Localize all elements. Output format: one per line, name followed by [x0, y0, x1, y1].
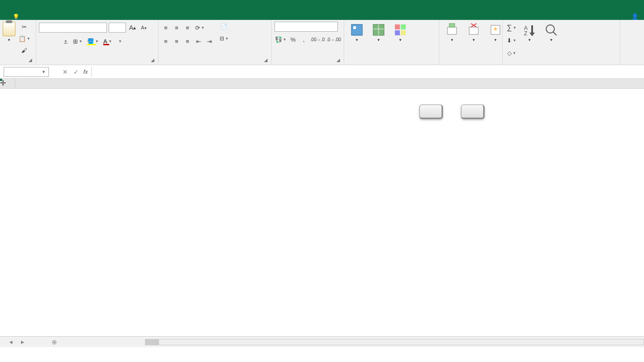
format-icon	[488, 23, 503, 37]
decrease-decimal-icon[interactable]: .0→.00	[327, 34, 341, 44]
cell-styles-button[interactable]: ▼	[390, 22, 410, 64]
clipboard-launcher-icon[interactable]: ◢	[29, 57, 34, 63]
svg-line-18	[553, 32, 557, 35]
svg-rect-1	[353, 26, 356, 29]
conditional-format-icon	[350, 23, 364, 37]
delete-cells-button[interactable]: ▼	[464, 22, 484, 64]
find-icon	[544, 23, 558, 37]
insert-icon	[445, 23, 459, 37]
border-button[interactable]: ⊞▼	[72, 36, 84, 46]
fx-icon[interactable]: fx	[83, 68, 88, 75]
sheet-nav-next-icon[interactable]: ►	[20, 339, 25, 345]
formula-bar[interactable]	[91, 67, 644, 77]
font-name-select[interactable]	[39, 23, 107, 33]
paste-icon	[3, 22, 15, 36]
svg-rect-8	[401, 30, 406, 35]
group-font: A▴ A▾ ▼ ⊞▼ 🪣▼ A▼ ▼ ◢	[36, 20, 159, 65]
enter-formula-icon[interactable]: ✓	[73, 68, 79, 76]
percent-button[interactable]: %	[288, 34, 298, 44]
svg-rect-7	[395, 30, 400, 35]
decrease-font-icon[interactable]: A▾	[139, 23, 148, 33]
autosum-button[interactable]: ∑▼	[505, 23, 518, 33]
alignment-launcher-icon[interactable]: ◢	[264, 57, 269, 63]
cancel-formula-icon[interactable]: ✕	[62, 68, 68, 76]
increase-font-icon[interactable]: A▴	[128, 23, 137, 33]
format-table-button[interactable]: ▼	[369, 22, 389, 64]
cut-button[interactable]: ✂	[17, 22, 32, 32]
key-e	[461, 105, 485, 119]
key-ctrl	[419, 105, 443, 119]
copy-button[interactable]: 📋▼	[17, 33, 32, 43]
font-size-select[interactable]	[109, 23, 126, 33]
conditional-format-button[interactable]: ▼	[347, 22, 367, 64]
group-clipboard: ▼ ✂ 📋▼ 🖌 ◢	[0, 20, 36, 65]
cell-styles-icon	[393, 23, 408, 37]
svg-rect-10	[449, 24, 455, 27]
title-bar	[0, 0, 644, 6]
group-alignment: ≡ ≡ ≡ ⟳▼ ≡ ≡ ≡ ⇤ ⇥ 📄 ⊟ ▼ ◢	[159, 20, 272, 65]
svg-rect-5	[395, 24, 400, 29]
sheet-nav-prev-icon[interactable]: ◄	[8, 339, 14, 345]
font-launcher-icon[interactable]: ◢	[151, 57, 156, 63]
group-cells: ▼ ▼ ▼	[439, 20, 503, 65]
name-box[interactable]: ▼	[4, 67, 49, 77]
find-select-button[interactable]: ▼	[541, 22, 561, 64]
share-link[interactable]: 👤	[631, 13, 639, 20]
group-number: 💱▼ % , .00→.0 .0→.00 ◢	[272, 20, 344, 65]
fill-color-button[interactable]: 🪣▼	[86, 36, 100, 46]
align-right-icon[interactable]: ≡	[183, 36, 192, 46]
svg-text:Z: Z	[524, 30, 527, 37]
align-middle-icon[interactable]: ≡	[172, 23, 181, 33]
worksheet-grid[interactable]: ✛	[0, 79, 644, 336]
sort-filter-icon: AZ	[522, 23, 537, 37]
select-all-corner[interactable]	[0, 79, 15, 89]
ribbon: ▼ ✂ 📋▼ 🖌 ◢ A▴ A▾ ▼ ⊞▼ 🪣▼	[0, 20, 644, 65]
align-left-icon[interactable]: ≡	[161, 36, 170, 46]
delete-icon	[466, 23, 481, 37]
tell-me[interactable]: 💡	[13, 14, 21, 20]
decrease-indent-icon[interactable]: ⇤	[194, 36, 203, 46]
increase-decimal-icon[interactable]: .00→.0	[310, 34, 325, 44]
sheet-tab-bar: ◄ ► ⊕	[0, 336, 644, 347]
number-format-select[interactable]	[274, 22, 338, 32]
align-center-icon[interactable]: ≡	[172, 36, 181, 46]
formula-bar-row: ▼ ✕ ✓ fx	[0, 65, 644, 79]
group-editing: ∑▼ ⬇▼ ◇▼ AZ ▼ ▼	[503, 20, 620, 65]
key-hint-overlay	[419, 105, 485, 119]
fill-button[interactable]: ⬇▼	[505, 35, 518, 45]
underline-button[interactable]: ▼	[61, 36, 70, 46]
phonetic-button[interactable]: ▼	[115, 36, 124, 46]
clear-button[interactable]: ◇▼	[505, 48, 518, 58]
svg-rect-9	[447, 27, 457, 34]
svg-rect-6	[401, 24, 406, 29]
orientation-icon[interactable]: ⟳▼	[194, 23, 206, 33]
increase-indent-icon[interactable]: ⇥	[205, 36, 214, 46]
number-launcher-icon[interactable]: ◢	[336, 57, 342, 63]
wrap-text-button[interactable]: 📄	[218, 22, 230, 32]
svg-rect-0	[351, 24, 362, 35]
merge-center-button[interactable]: ⊟ ▼	[218, 33, 230, 43]
align-bottom-icon[interactable]: ≡	[183, 23, 192, 33]
font-color-button[interactable]: A▼	[102, 36, 113, 46]
ribbon-tabs: 💡 👤	[0, 6, 644, 20]
currency-button[interactable]: 💱▼	[274, 34, 287, 44]
group-styles: ▼ ▼ ▼	[344, 20, 439, 65]
format-painter-button[interactable]: 🖌	[17, 45, 32, 55]
svg-rect-11	[469, 27, 478, 34]
bold-button[interactable]	[39, 36, 48, 46]
add-sheet-button[interactable]: ⊕	[45, 338, 63, 346]
comma-button[interactable]: ,	[299, 34, 308, 44]
insert-cells-button[interactable]: ▼	[442, 22, 462, 64]
italic-button[interactable]	[50, 36, 59, 46]
horizontal-scrollbar[interactable]	[145, 339, 644, 345]
align-top-icon[interactable]: ≡	[161, 23, 170, 33]
paste-button[interactable]: ▼	[3, 22, 15, 64]
format-table-icon	[371, 23, 386, 37]
sort-filter-button[interactable]: AZ ▼	[519, 22, 539, 64]
